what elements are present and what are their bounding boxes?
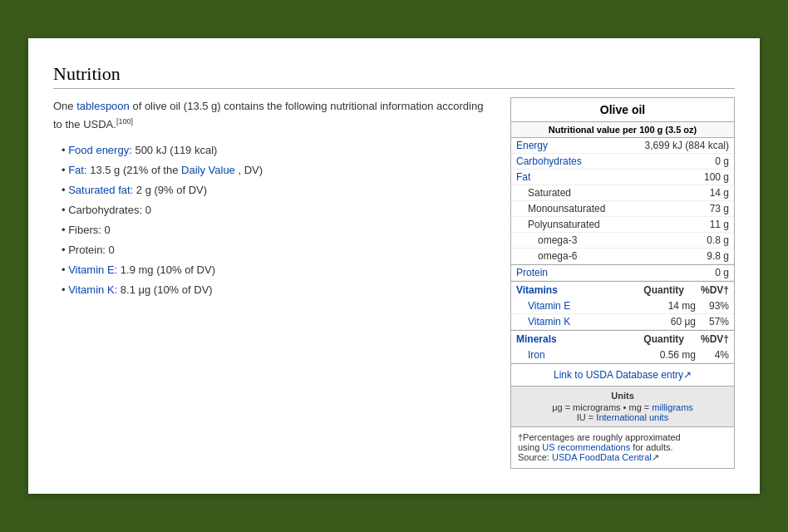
left-column: One tablespoon of olive oil (13.5 g) con… — [53, 97, 494, 301]
energy-row: Energy 3,699 kJ (884 kcal) — [511, 138, 734, 154]
list-item: Fat: 13.5 g (21% of the Daily Value , DV… — [62, 161, 494, 180]
us-recommendations-link[interactable]: US recommendations — [542, 442, 630, 452]
units-line1: μg = micrograms • mg = milligrams — [518, 402, 727, 412]
omega6-value: 9.8 g — [707, 250, 729, 262]
protein-label: Protein: — [68, 244, 106, 256]
food-energy-link[interactable]: Food energy: — [68, 144, 132, 156]
units-title: Units — [518, 391, 727, 401]
omega3-row: omega-3 0.8 g — [511, 233, 734, 249]
vit-e-label: Vitamin E — [516, 300, 646, 312]
saturated-fat-value: 2 g (9% of DV) — [136, 184, 207, 196]
list-item: Protein: 0 — [62, 241, 494, 259]
iron-qty: 0.56 mg — [646, 349, 696, 361]
dv-header: %DV† — [701, 284, 729, 296]
protein-value: 0 g — [715, 267, 729, 278]
vitamins-label: Vitamins — [516, 284, 558, 296]
fat-row: Fat 100 g — [511, 170, 734, 185]
omega3-value: 0.8 g — [707, 234, 729, 246]
fat-suffix: , DV) — [238, 164, 263, 176]
carbs-row: Carbohydrates 0 g — [511, 154, 734, 170]
vit-k-dv: 57% — [696, 316, 729, 328]
international-units-link[interactable]: International units — [596, 412, 668, 422]
carbs-label: Carbohydrates — [516, 155, 582, 167]
vitamin-e-value: 1.9 mg (10% of DV) — [121, 264, 215, 276]
daily-value-link[interactable]: Daily Value — [181, 164, 235, 176]
list-item: Vitamin E: 1.9 mg (10% of DV) — [62, 261, 494, 279]
fibers-label: Fibers: — [68, 224, 101, 236]
protein-label: Protein — [516, 267, 548, 278]
footnote-line1: †Percentages are roughly approximated — [518, 432, 727, 442]
vitamin-k-link[interactable]: Vitamin K: — [68, 283, 117, 296]
minerals-dv-header: %DV† — [701, 333, 729, 345]
protein-value: 0 — [109, 244, 115, 256]
nutrition-table: Olive oil Nutritional value per 100 g (3… — [510, 97, 735, 469]
polyunsat-row: Polyunsaturated 11 g — [511, 217, 734, 233]
energy-label: Energy — [516, 140, 548, 151]
footnote-line3: Source: USDA FoodData Central↗ — [518, 452, 727, 463]
list-item: Carbohydrates: 0 — [62, 201, 494, 219]
polyunsat-value: 11 g — [710, 219, 729, 230]
iron-dv: 4% — [696, 349, 729, 361]
iron-label: Iron — [516, 349, 646, 361]
carbs-value: 0 g — [715, 155, 729, 167]
fat-value: 100 g — [704, 171, 729, 183]
list-item: Saturated fat: 2 g (9% of DV) — [62, 181, 494, 200]
list-item: Food energy: 500 kJ (119 kcal) — [62, 141, 494, 160]
monounsat-value: 73 g — [710, 203, 729, 214]
ref-100: [100] — [116, 117, 133, 126]
iron-row: Iron 0.56 mg 4% — [511, 347, 734, 363]
list-item: Fibers: 0 — [62, 221, 494, 239]
page-container: Nutrition One tablespoon of olive oil (1… — [28, 38, 760, 494]
fat-link[interactable]: Fat: — [68, 164, 86, 176]
minerals-label: Minerals — [516, 333, 557, 345]
minerals-col-headers: Quantity %DV† — [643, 333, 729, 345]
polyunsat-label: Polyunsaturated — [528, 219, 600, 230]
usda-link[interactable]: Link to USDA Database entry↗ — [554, 369, 692, 381]
nutrition-list: Food energy: 500 kJ (119 kcal) Fat: 13.5… — [53, 141, 494, 300]
footnote-line2: using US recommendations for adults. — [518, 442, 727, 452]
milligrams-link[interactable]: milligrams — [652, 402, 693, 412]
units-line2: IU = International units — [518, 412, 727, 422]
list-item: Vitamin K: 8.1 μg (10% of DV) — [62, 281, 494, 299]
energy-value: 3,699 kJ (884 kcal) — [645, 140, 729, 151]
saturated-row: Saturated 14 g — [511, 185, 734, 201]
usda-link-row: Link to USDA Database entry↗ — [511, 363, 734, 386]
saturated-fat-link[interactable]: Saturated fat: — [68, 184, 133, 196]
omega6-label: omega-6 — [538, 250, 577, 262]
vitamin-e-link[interactable]: Vitamin E: — [68, 264, 117, 276]
content-row: One tablespoon of olive oil (13.5 g) con… — [53, 97, 735, 469]
vit-k-label: Vitamin K — [516, 316, 646, 328]
fooddata-central-link[interactable]: USDA FoodData Central — [552, 452, 652, 462]
protein-row: Protein 0 g — [511, 264, 734, 281]
intro-text: One tablespoon of olive oil (13.5 g) con… — [53, 97, 494, 135]
minerals-header-row: Minerals Quantity %DV† — [511, 330, 734, 347]
vitamin-k-value: 8.1 μg (10% of DV) — [121, 283, 213, 296]
tablespoon-link[interactable]: tablespoon — [76, 100, 130, 112]
minerals-quantity-header: Quantity — [643, 333, 684, 345]
fat-label: Fat — [516, 171, 530, 183]
vit-e-dv: 93% — [696, 300, 729, 312]
monounsat-row: Monounsaturated 73 g — [511, 201, 734, 217]
table-subtitle: Nutritional value per 100 g (3.5 oz) — [511, 121, 734, 138]
vitamins-header-row: Vitamins Quantity %DV† — [511, 281, 734, 298]
omega3-label: omega-3 — [538, 234, 577, 246]
fibers-value: 0 — [105, 224, 111, 236]
saturated-label: Saturated — [528, 187, 571, 199]
fat-value: 13.5 g (21% of the — [90, 164, 181, 176]
usda-link-text: Link to USDA Database entry — [554, 369, 683, 381]
footnote-box: †Percentages are roughly approximated us… — [511, 426, 734, 468]
units-box: Units μg = micrograms • mg = milligrams … — [511, 386, 734, 426]
vit-e-qty: 14 mg — [646, 300, 696, 312]
vitamins-col-headers: Quantity %DV† — [643, 284, 729, 296]
carbs-value: 0 — [145, 204, 151, 216]
vit-k-qty: 60 μg — [646, 316, 696, 328]
carbs-label: Carbohydrates: — [68, 204, 142, 216]
page-title: Nutrition — [53, 63, 735, 89]
vitamin-e-row: Vitamin E 14 mg 93% — [511, 298, 734, 314]
quantity-header: Quantity — [643, 284, 684, 296]
saturated-value: 14 g — [710, 187, 729, 199]
monounsat-label: Monounsaturated — [528, 203, 605, 214]
vitamin-k-row: Vitamin K 60 μg 57% — [511, 314, 734, 330]
omega6-row: omega-6 9.8 g — [511, 249, 734, 264]
table-title: Olive oil — [511, 98, 734, 121]
